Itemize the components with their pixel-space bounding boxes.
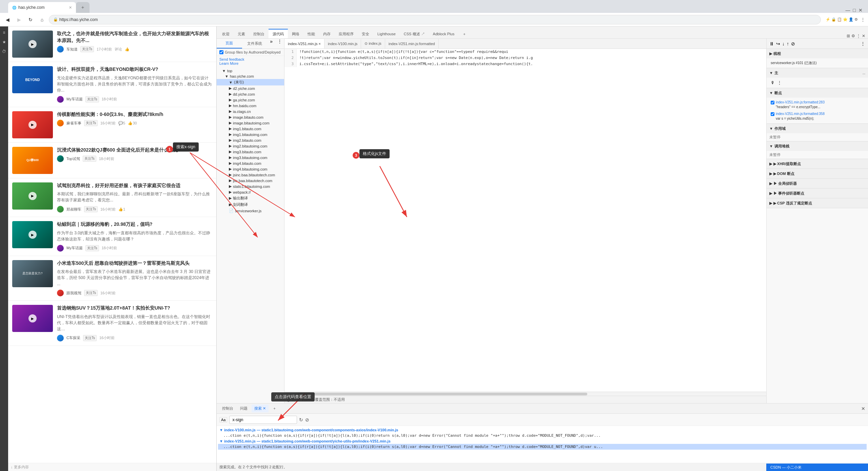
search-clear-btn[interactable]: ⊘	[305, 417, 309, 423]
scope-header[interactable]: ▼ 作用域	[767, 124, 868, 133]
tree-item-dd[interactable]: ▶ dd.yiche.com	[217, 91, 284, 97]
xhr-header[interactable]: ▶ ▶ XHR/提取断点	[767, 159, 868, 169]
tab-css-overview[interactable]: CSS 概述 ↗	[400, 29, 429, 38]
tree-item-d2[interactable]: ▶ d2.yiche.com	[217, 85, 284, 91]
tree-item-img4-bitauto[interactable]: ▶ img4.bitauto.com	[217, 160, 284, 166]
sources-menu-btn[interactable]: ⋮	[275, 39, 284, 48]
bp-checkbox-1[interactable]	[771, 101, 774, 104]
editor-tab-3[interactable]: ⊙ index.js	[361, 39, 385, 48]
step-out-btn[interactable]: ↑	[787, 41, 789, 46]
more-menu-btn[interactable]: ⋮	[861, 17, 865, 22]
tab-sources[interactable]: 源代码	[269, 29, 288, 38]
tab-close-icon[interactable]: ✕	[69, 5, 72, 10]
sidebar-icon-2[interactable]: ★	[1, 39, 7, 45]
pause-btn[interactable]: ⏸	[769, 41, 774, 46]
step-over-btn[interactable]: ↪	[776, 41, 780, 46]
tree-item-word-translate[interactable]: ▶ 划词翻译	[217, 201, 284, 208]
tree-item-haoyiche[interactable]: ▼ hao.yiche.com	[217, 74, 284, 79]
tab-security[interactable]: 安全	[358, 29, 373, 38]
more-options-icon[interactable]: ⋮	[777, 80, 782, 85]
tree-item-img3-bitauto[interactable]: ▶ img3.bitauto.com	[217, 149, 284, 155]
deactivate-btn[interactable]: ⊘	[791, 41, 795, 46]
active-tab[interactable]: 🌐 hao.yiche.com ✕	[8, 2, 76, 13]
more-debug-btn[interactable]: ⋮	[861, 41, 865, 46]
search-result-line-1[interactable]: ...ction e(t,n,i){function o(a,s){if(r[a…	[218, 433, 867, 438]
tree-item-selected-file[interactable]: ▼ (来引)	[217, 79, 284, 85]
tab-page[interactable]: 页面	[217, 39, 242, 48]
editor-tab-active[interactable]: index-V251.min.js ×	[284, 39, 324, 48]
new-tab[interactable]: ＋	[76, 2, 90, 13]
home-button[interactable]: ⌂	[37, 15, 47, 24]
tree-item-pic[interactable]: ▶ pic.baa.bitautotech.com	[217, 178, 284, 183]
search-input[interactable]	[229, 416, 297, 424]
bottom-tab-console[interactable]: 控制台	[219, 405, 236, 412]
devtools-dock-btn[interactable]: ⊞	[847, 34, 850, 38]
tab-console[interactable]: 控制台	[249, 29, 269, 38]
bottom-tab-search[interactable]: 搜索 ✕	[252, 405, 269, 412]
bottom-panel-close-btn[interactable]: ✕	[861, 406, 865, 411]
tree-item-image-bitautoimg[interactable]: ▶ image.bitautoimg.com	[217, 120, 284, 126]
horizontal-scrollbar[interactable]	[284, 392, 766, 396]
event-listeners-header[interactable]: ▶ ▶ 事件侦听器断点	[767, 189, 868, 198]
callstack-header[interactable]: ▼ 调用堆栈	[767, 141, 868, 151]
editor-tab-2[interactable]: index-V100.min.js	[324, 39, 361, 48]
search-result-file-2[interactable]: ▼ index-V251.min.js — static1.bitautoimg…	[218, 438, 867, 444]
tree-item-img4-bitautoimg[interactable]: ▶ img4.bitautoimg.com	[217, 166, 284, 172]
dom-header[interactable]: ▶ ▶ DOM 断点	[767, 169, 868, 178]
more-sources-btn[interactable]: »	[267, 39, 275, 48]
search-result-file-1[interactable]: ▼ index-V100.min.js — static1.bitautoimg…	[218, 427, 867, 433]
tree-item-jsinc[interactable]: ▶ jsinc.baa.bitautotech.com	[217, 172, 284, 178]
tab-lighthouse[interactable]: Lighthouse	[373, 29, 400, 38]
sidebar-icon-1[interactable]: ≡	[1, 29, 7, 36]
tree-item-serviceworker[interactable]: 📄 serviceworker.js	[217, 208, 284, 214]
global-header[interactable]: ▶ ▶ 全局侦听器	[767, 179, 868, 188]
tree-item-img1-bitautoimg[interactable]: ▶ img1.bitautoimg.com	[217, 132, 284, 137]
main-header[interactable]: ▼ 主 ...	[767, 68, 868, 78]
tab-add[interactable]: ＋	[458, 29, 470, 38]
tree-item-webpack[interactable]: ▶ webpack://	[217, 189, 284, 195]
forward-button[interactable]: ▶	[14, 15, 24, 24]
tab-memory[interactable]: 内存	[319, 29, 335, 38]
devtools-more-btn[interactable]: ⋮	[856, 34, 861, 38]
url-bar[interactable]: 🔒 https://hao.yiche.com	[49, 15, 821, 24]
csp-header[interactable]: ▶ ▶ CSP 违反了规定断点	[767, 198, 868, 208]
tree-item-ga[interactable]: ▶ ga.yiche.com	[217, 97, 284, 103]
tree-item-img2-bitauto[interactable]: ▶ img2.bitauto.com	[217, 137, 284, 143]
threads-header[interactable]: ▶ 线程	[767, 49, 868, 58]
editor-tab-4[interactable]: index-V251.min.js:formatted	[385, 39, 439, 48]
tab-application[interactable]: 应用程序	[335, 29, 358, 38]
search-result-line-2[interactable]: ...ction e(t,n,i){function o(a,s){if(r[a…	[218, 444, 867, 450]
sidebar-icon-3[interactable]: ⏱	[1, 48, 7, 55]
back-button[interactable]: ◀	[3, 15, 12, 24]
tree-item-output-translate[interactable]: ▶ 输出翻译	[217, 195, 284, 201]
tree-item-img1-bitauto[interactable]: ▶ img1.bitauto.com	[217, 126, 284, 132]
tree-item-top[interactable]: ▼ top	[217, 68, 284, 74]
step-into-btn[interactable]: ↓	[782, 41, 785, 46]
tab-filesystem[interactable]: 文件系统	[242, 39, 268, 48]
breakpoint-item-2[interactable]: index-V251.min.js:formatted:358 var s = …	[769, 111, 865, 122]
breakpoints-header[interactable]: ▼ 断点	[767, 88, 868, 98]
minimize-btn[interactable]: —	[846, 7, 850, 13]
search-case-btn[interactable]: Aa	[219, 417, 227, 423]
bottom-tab-issues[interactable]: 问题	[237, 405, 250, 412]
tab-network[interactable]: 网络	[288, 29, 303, 38]
tab-welcome[interactable]: 欢迎	[218, 29, 234, 38]
devtools-settings-btn[interactable]: ⚙	[851, 34, 855, 38]
tree-item-hm[interactable]: ▶ hm.baidu.com	[217, 103, 284, 109]
bottom-tab-add[interactable]: ＋	[270, 405, 279, 412]
search-refresh-btn[interactable]: ↻	[299, 417, 303, 423]
maximize-btn[interactable]: □	[853, 7, 856, 13]
tree-item-ia[interactable]: ▶ ia.ctags.cn	[217, 109, 284, 114]
close-btn[interactable]: ✕	[859, 7, 863, 13]
tab-performance[interactable]: 性能	[303, 29, 319, 38]
reload-button[interactable]: ↻	[26, 15, 35, 24]
tab-adblock[interactable]: Adblock Plus	[429, 29, 459, 38]
devtools-close-btn[interactable]: ✕	[862, 34, 865, 38]
tab-elements[interactable]: 元素	[234, 29, 249, 38]
tree-item-img2-bitautoimg[interactable]: ▶ img2.bitautoimg.com	[217, 143, 284, 149]
tree-item-image-bitauto[interactable]: ▶ image.bitauto.com	[217, 114, 284, 120]
tree-item-static1[interactable]: ▶ static1.bitautoimg.com	[217, 183, 284, 189]
bp-checkbox-2[interactable]	[771, 112, 774, 116]
tree-item-img3-bitautoimg[interactable]: ▶ img3.bitautoimg.com	[217, 155, 284, 160]
group-files-checkbox[interactable]	[219, 50, 223, 54]
